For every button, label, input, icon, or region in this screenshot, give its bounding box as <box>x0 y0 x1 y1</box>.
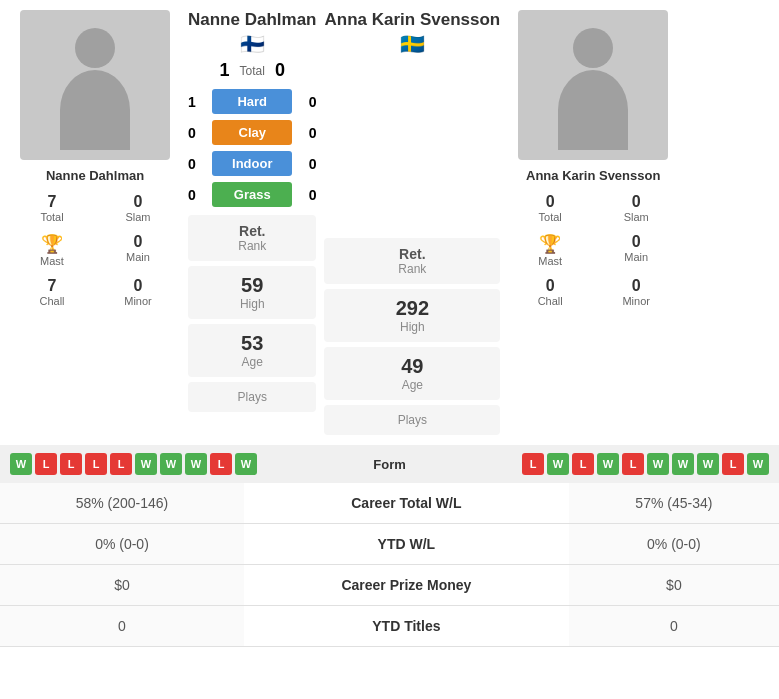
p2-high-value: 292 <box>334 297 490 320</box>
grass-row: 0 Grass 0 <box>188 182 316 207</box>
score-right: 0 <box>275 60 285 81</box>
player1-main-cell: 0 Main <box>96 229 180 271</box>
form-badge-right: W <box>547 453 569 475</box>
form-badge-right: L <box>522 453 544 475</box>
total-label: Total <box>240 64 265 78</box>
center-right: Anna Karin Svensson 🇸🇪 Ret. Rank <box>324 10 500 435</box>
player1-slam-cell: 0 Slam <box>96 189 180 227</box>
form-badge-left: L <box>85 453 107 475</box>
left-ytd-wl: 0% (0-0) <box>0 524 244 565</box>
score-left: 1 <box>220 60 230 81</box>
hard-row: 1 Hard 0 <box>188 89 316 114</box>
right-titles: 0 <box>569 606 779 647</box>
p1-rank-box: Ret. Rank <box>188 215 316 261</box>
player2-total-cell: 0 Total <box>508 189 592 227</box>
p2-plays-box: Plays <box>324 405 500 435</box>
p2-surface-spacers <box>324 100 500 230</box>
p2-age-value: 49 <box>334 355 490 378</box>
p1-plays-box: Plays <box>188 382 316 412</box>
clay-left: 0 <box>188 125 196 141</box>
form-section: WLLLLWWWLW Form LWLWLWWWLW <box>0 445 779 483</box>
p2-flag: 🇸🇪 <box>324 32 500 56</box>
hard-button[interactable]: Hard <box>212 89 292 114</box>
p1-high-box: 59 High <box>188 266 316 319</box>
p2-high-label: High <box>334 320 490 334</box>
p2-rank-label: Ret. <box>334 246 490 262</box>
p2-header: Anna Karin Svensson 🇸🇪 <box>324 10 500 56</box>
stats-table: 58% (200-146) Career Total W/L 57% (45-3… <box>0 483 779 647</box>
prize-label: Career Prize Money <box>244 565 569 606</box>
indoor-right: 0 <box>309 156 317 172</box>
player1-chall-value: 7 <box>12 277 92 295</box>
ytd-wl-label: YTD W/L <box>244 524 569 565</box>
form-badge-left: L <box>35 453 57 475</box>
player2-minor-cell: 0 Minor <box>594 273 678 311</box>
grass-button[interactable]: Grass <box>212 182 292 207</box>
player1-chall-label: Chall <box>12 295 92 307</box>
left-total-wl: 58% (200-146) <box>0 483 244 524</box>
form-badge-right: L <box>722 453 744 475</box>
form-badge-left: L <box>60 453 82 475</box>
form-badge-left: W <box>135 453 157 475</box>
player1-stats: 7 Total 0 Slam 🏆 Mast 0 Main 7 Chall <box>10 189 180 311</box>
player2-avatar <box>518 10 668 160</box>
player2-mast-label: Mast <box>510 255 590 267</box>
form-badge-left: W <box>235 453 257 475</box>
p2-header-name: Anna Karin Svensson <box>324 10 500 30</box>
form-badge-right: L <box>622 453 644 475</box>
player2-chall-value: 0 <box>510 277 590 295</box>
p2-hard-spacer <box>324 100 500 128</box>
player1-slam-value: 0 <box>98 193 178 211</box>
form-badge-left: W <box>160 453 182 475</box>
center-left: Nanne Dahlman 🇫🇮 1 Total 0 1 Hard 0 0 <box>188 10 316 435</box>
clay-button[interactable]: Clay <box>212 120 292 145</box>
player1-avatar <box>20 10 170 160</box>
player1-name: Nanne Dahlman <box>46 168 144 183</box>
p2-indoor-spacer <box>324 168 500 196</box>
p1-header: Nanne Dahlman 🇫🇮 <box>188 10 316 56</box>
player2-minor-label: Minor <box>596 295 676 307</box>
p1-header-name: Nanne Dahlman <box>188 10 316 30</box>
indoor-button[interactable]: Indoor <box>212 151 292 176</box>
player2-slam-label: Slam <box>596 211 676 223</box>
player1-mast-value: 🏆 <box>12 233 92 255</box>
p1-rank-label: Ret. <box>198 223 306 239</box>
player1-minor-value: 0 <box>98 277 178 295</box>
player1-mast-cell: 🏆 Mast <box>10 229 94 271</box>
p1-high-value: 59 <box>198 274 306 297</box>
p1-high-label: High <box>198 297 306 311</box>
ytd-wl-row: 0% (0-0) YTD W/L 0% (0-0) <box>0 524 779 565</box>
grass-right: 0 <box>309 187 317 203</box>
p1-age-label: Age <box>198 355 306 369</box>
form-badge-left: W <box>10 453 32 475</box>
grass-left: 0 <box>188 187 196 203</box>
form-badge-right: W <box>697 453 719 475</box>
right-total-wl: 57% (45-34) <box>569 483 779 524</box>
form-badge-right: W <box>747 453 769 475</box>
player1-main-label: Main <box>98 251 178 263</box>
indoor-left: 0 <box>188 156 196 172</box>
form-badge-left: L <box>210 453 232 475</box>
p2-grass-spacer <box>324 202 500 230</box>
player2-stats: 0 Total 0 Slam 🏆 Mast 0 Main 0 Chall <box>508 189 678 311</box>
player2-total-value: 0 <box>510 193 590 211</box>
right-form-badges: LWLWLWWWLW <box>440 453 770 475</box>
player2-mast-icon: 🏆 <box>510 233 590 255</box>
player2-slam-value: 0 <box>596 193 676 211</box>
right-prize: $0 <box>569 565 779 606</box>
left-titles: 0 <box>0 606 244 647</box>
player1-total-value: 7 <box>12 193 92 211</box>
p2-rank-box: Ret. Rank <box>324 238 500 284</box>
total-row: 1 Total 0 <box>220 60 285 81</box>
hard-left: 1 <box>188 94 196 110</box>
player2-chall-label: Chall <box>510 295 590 307</box>
form-label: Form <box>340 457 440 472</box>
player1-total-label: Total <box>12 211 92 223</box>
left-form-badges: WLLLLWWWLW <box>10 453 340 475</box>
player2-card: Anna Karin Svensson 0 Total 0 Slam 🏆 Mas… <box>508 10 678 435</box>
player2-total-label: Total <box>510 211 590 223</box>
hard-right: 0 <box>309 94 317 110</box>
p1-age-box: 53 Age <box>188 324 316 377</box>
form-badge-right: W <box>647 453 669 475</box>
p2-rank-sublabel: Rank <box>334 262 490 276</box>
